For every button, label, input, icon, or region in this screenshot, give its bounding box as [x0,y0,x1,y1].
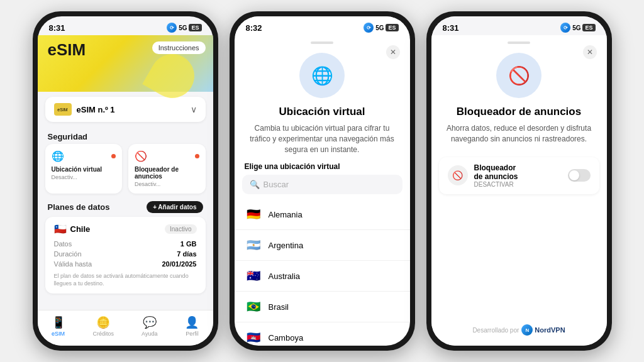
phone-3: 8:31 ⟳ 5G ES ✕ 🚫 Bloqueador de anuncios … [426,11,612,351]
country-name-australia: Australia [269,272,301,281]
vloc-header: 🌐 [52,150,116,162]
duration-value: 7 días [177,250,196,258]
esim-selector-left: eSIM eSIM n.º 1 [54,103,115,116]
status-bar-2: 8:32 ⟳ 5G ES [235,16,410,35]
flag-argentina: 🇦🇷 [245,236,262,254]
nav-credits[interactable]: 🪙 Créditos [93,315,114,337]
esim-nav-icon: 📱 [52,315,65,329]
nordvpn-status-icon: ⟳ [167,23,177,33]
plan-card-header: 🇨🇱 Chile Inactivo [54,223,197,235]
adblocker-title: Bloqueador de anuncios [135,166,199,180]
modal-desc-2: Cambia tu ubicación virtual para cifrar … [235,123,410,155]
search-icon: 🔍 [250,180,260,189]
status-dot-red [111,154,116,158]
time-3: 8:31 [443,23,459,33]
plan-card-chile: 🇨🇱 Chile Inactivo Datos 1 GB Duración 7 … [45,217,206,293]
help-nav-icon: 💬 [143,315,157,329]
duration-label: Duración [54,250,82,258]
plan-status-badge: Inactivo [165,224,196,234]
country-list: 🇩🇪 Alemania 🇦🇷 Argentina 🇦🇺 Australia 🇧🇷… [235,199,410,346]
nordvpn-footer: Desarrollado por N NordVPN [431,318,607,346]
nav-help[interactable]: 💬 Ayuda [142,315,157,337]
bottom-nav: 📱 eSIM 🪙 Créditos 💬 Ayuda 👤 Perfil [38,310,213,346]
toggle-info: Bloqueador de anuncios DESACTIVAR [474,163,562,188]
valid-until-label: Válida hasta [54,260,92,268]
plan-data-row: Datos 1 GB [54,239,197,249]
esim-chip-icon: eSIM [54,103,72,116]
profile-nav-icon: 👤 [185,315,199,329]
signal-3: 5G [572,25,580,31]
adblocker-header: 🚫 [135,150,199,162]
nav-esim[interactable]: 📱 eSIM [52,315,65,337]
signal-2: 5G [375,25,384,31]
nav-credits-label: Créditos [93,331,114,337]
esim-name: eSIM n.º 1 [77,105,115,114]
close-button-2[interactable]: ✕ [386,45,400,59]
country-item-argentina[interactable]: 🇦🇷 Argentina [235,230,410,261]
plan-valid-row: Válida hasta 20/01/2025 [54,259,197,269]
country-item-alemania[interactable]: 🇩🇪 Alemania [235,199,410,230]
planes-label: Planes de datos [48,202,110,212]
toggle-subtitle: DESACTIVAR [474,181,562,188]
modal-handle-3 [508,41,530,44]
nav-esim-label: eSIM [52,331,65,337]
nordvpn-logo: N NordVPN [521,324,565,336]
globe-alert-icon: 🌐 [311,65,333,86]
nordvpn-brand-name: NordVPN [535,326,565,334]
data-label: Datos [54,240,72,248]
data-value: 1 GB [180,240,197,248]
flag-australia: 🇦🇺 [245,267,262,285]
nordvpn-brand-icon: N [521,324,533,336]
modal-title-3: Bloqueador de anuncios [431,106,607,118]
plan-country: 🇨🇱 Chile [54,223,91,235]
instructions-button[interactable]: Instrucciones [152,41,206,54]
chevron-down-icon: ∨ [191,104,197,114]
toggle-title: Bloqueador de anuncios [474,163,562,181]
country-item-australia[interactable]: 🇦🇺 Australia [235,261,410,292]
toggle-knob [569,170,579,180]
nordvpn-status-icon-3: ⟳ [560,23,570,33]
country-item-brasil[interactable]: 🇧🇷 Brasil [235,292,410,322]
block-toggle-icon: 🚫 [452,170,463,180]
block-icon: 🚫 [135,150,147,162]
modal-desc-3: Ahorra datos, reduce el desorden y disfr… [431,123,607,145]
esim-selector[interactable]: eSIM eSIM n.º 1 ∨ [45,97,206,122]
status-dot-red-2 [195,154,199,158]
phone3-content: ✕ 🚫 Bloqueador de anuncios Ahorra datos,… [431,35,607,346]
modal-title-2: Ubicación virtual [235,106,410,118]
plan-country-name: Chile [70,224,91,234]
country-item-camboya[interactable]: 🇰🇭 Camboya [235,322,410,346]
valid-until-value: 20/01/2025 [162,260,196,268]
flag-alemania: 🇩🇪 [245,206,262,223]
security-section-label: Seguridad [38,127,213,144]
nav-help-label: Ayuda [142,331,157,337]
modal-handle-2 [311,41,333,44]
block-circle-icon: 🚫 [508,65,530,86]
battery-indicator-2: ES [386,24,398,31]
adblocker-status: Desactiv... [135,181,199,187]
flag-brasil: 🇧🇷 [245,298,262,315]
phone2-content: ✕ 🌐 Ubicación virtual Cambia tu ubicació… [235,35,410,346]
nav-profile[interactable]: 👤 Perfil [185,315,199,337]
developed-by-label: Desarrollado por [472,327,519,334]
status-bar-1: 8:31 ⟳ 5G ES [38,16,213,35]
nordvpn-status-icon-2: ⟳ [364,23,374,33]
status-icons-3: ⟳ 5G ES [560,23,595,33]
status-icons-2: ⟳ 5G ES [364,23,398,33]
search-placeholder: Buscar [264,180,289,189]
security-grid: 🌐 Ubicación virtual Desactiv... 🚫 Bloque… [38,144,213,199]
ad-blocker-icon-circle: 🚫 [496,53,541,98]
toggle-switch[interactable] [568,169,591,182]
phone-1: 8:31 ⟳ 5G ES eSIM Instrucciones eSIM eSI… [33,11,218,351]
ad-blocker-card[interactable]: 🚫 Bloqueador de anuncios Desactiv... [128,144,206,194]
flag-camboya: 🇰🇭 [245,329,262,346]
add-data-button[interactable]: + Añadir datos [147,201,203,213]
time-2: 8:32 [246,23,262,33]
status-bar-3: 8:31 ⟳ 5G ES [431,16,607,35]
time-1: 8:31 [49,23,65,33]
vloc-title: Ubicación virtual [52,166,116,173]
close-button-3[interactable]: ✕ [583,45,597,59]
search-box[interactable]: 🔍 Buscar [242,175,402,194]
virtual-location-card[interactable]: 🌐 Ubicación virtual Desactiv... [45,144,123,194]
signal-1: 5G [179,25,187,31]
